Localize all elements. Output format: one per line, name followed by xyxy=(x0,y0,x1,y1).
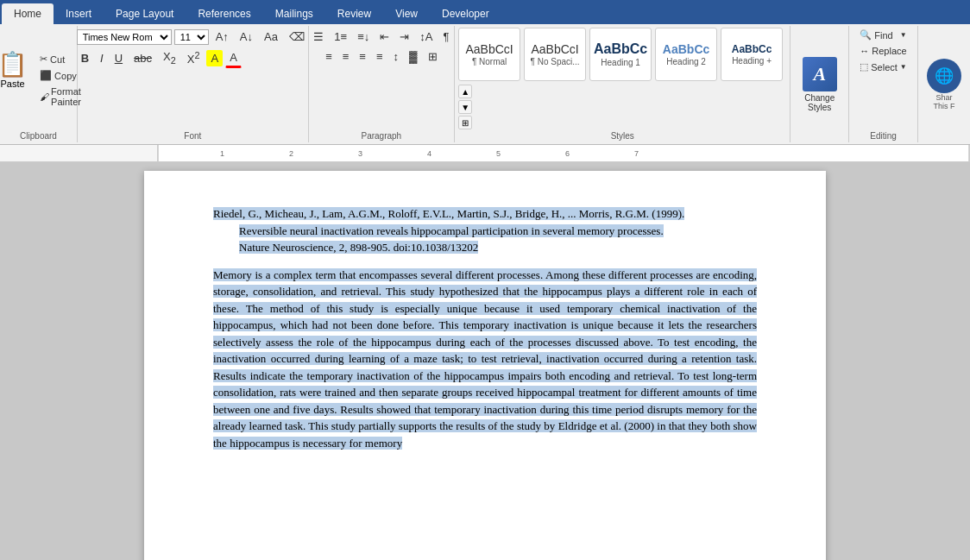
superscript-button[interactable]: X2 xyxy=(183,47,205,68)
styles-expand[interactable]: ⊞ xyxy=(458,116,472,129)
style-heading1-item[interactable]: AaBbCc Heading 1 xyxy=(589,28,652,81)
style-heading2-preview: AaBbCc xyxy=(663,43,709,55)
editing-group: 🔍 Find ▼ ↔ Replace ⬚ Select ▼ Editing xyxy=(849,26,918,142)
ref-text-2: Reversible neural inactivation reveals h… xyxy=(239,224,664,237)
share-label: Shar This F xyxy=(934,93,955,110)
body-text: Memory is a complex term that encompasse… xyxy=(213,268,757,450)
share-area: 🌐 Shar This F xyxy=(918,26,970,142)
styles-scroll-down[interactable]: ▼ xyxy=(458,100,472,114)
style-nospace-item[interactable]: AaBbCcI ¶ No Spaci... xyxy=(524,28,586,81)
reference-line3: Nature Neuroscience, 2, 898-905. doi:10.… xyxy=(239,241,478,254)
paste-label: Paste xyxy=(1,79,25,89)
clipboard-label: Clipboard xyxy=(20,129,57,141)
style-nospace-label: ¶ No Spaci... xyxy=(531,57,580,66)
ruler-svg: 1 2 3 4 5 6 7 xyxy=(158,145,969,161)
svg-text:5: 5 xyxy=(496,149,501,158)
text-highlight-button[interactable]: A xyxy=(206,50,223,66)
svg-text:6: 6 xyxy=(565,149,570,158)
multilevel-button[interactable]: ≡↓ xyxy=(353,28,374,46)
svg-text:1: 1 xyxy=(220,149,224,158)
style-normal-item[interactable]: AaBbCcI ¶ Normal xyxy=(458,28,520,81)
align-center-button[interactable]: ≡ xyxy=(338,47,354,66)
copy-label: Copy xyxy=(54,71,77,81)
font-grow-button[interactable]: A↑ xyxy=(211,28,233,46)
borders-button[interactable]: ⊞ xyxy=(424,47,442,66)
change-styles-button[interactable]: A Change Styles xyxy=(799,53,841,116)
change-styles-group: A Change Styles xyxy=(790,26,849,142)
bullets-button[interactable]: ☰ xyxy=(309,28,328,46)
cut-icon: ✂ xyxy=(40,53,47,65)
select-icon: ⬚ xyxy=(860,61,868,72)
tab-review[interactable]: Review xyxy=(325,3,383,24)
increase-indent-button[interactable]: ⇥ xyxy=(395,28,413,46)
svg-text:7: 7 xyxy=(634,149,639,158)
show-marks-button[interactable]: ¶ xyxy=(438,28,453,46)
numbering-button[interactable]: 1≡ xyxy=(330,28,351,46)
editing-label: Editing xyxy=(870,129,897,141)
style-nospace-preview: AaBbCcI xyxy=(531,43,578,55)
style-heading1-preview: AaBbCc xyxy=(594,42,647,56)
bold-button[interactable]: B xyxy=(77,49,93,67)
select-button[interactable]: ⬚ Select ▼ xyxy=(856,60,910,74)
document-area: Riedel, G., Micheau, J., Lam, A.G.M., Ro… xyxy=(0,162,970,560)
style-heading3-label: Heading + xyxy=(732,56,772,66)
font-size-select[interactable]: 11 xyxy=(174,29,209,45)
justify-button[interactable]: ≡ xyxy=(372,47,387,66)
ref-text-1: Riedel, G., Micheau, J., Lam, A.G.M., Ro… xyxy=(213,207,684,220)
paragraph-group: ☰ 1≡ ≡↓ ⇤ ⇥ ↕A ¶ ≡ ≡ ≡ ≡ ↕ ▓ ⊞ Paragraph xyxy=(309,26,455,142)
shading-button[interactable]: ▓ xyxy=(405,47,421,66)
tab-home[interactable]: Home xyxy=(2,3,54,24)
strikethrough-button[interactable]: abc xyxy=(129,49,156,67)
ruler: 1 2 3 4 5 6 7 xyxy=(0,145,970,162)
body-paragraph: Memory is a complex term that encompasse… xyxy=(213,267,757,452)
find-label: Find xyxy=(874,30,892,41)
select-dropdown-icon: ▼ xyxy=(900,63,907,71)
replace-button[interactable]: ↔ Replace xyxy=(856,44,910,58)
clear-format-button[interactable]: ⌫ xyxy=(285,28,309,46)
tab-page-layout[interactable]: Page Layout xyxy=(104,3,186,24)
change-case-button[interactable]: Aa xyxy=(260,28,282,46)
align-left-button[interactable]: ≡ xyxy=(321,47,337,66)
paste-button[interactable]: 📋 Paste xyxy=(0,48,33,91)
style-heading3-preview: AaBbCc xyxy=(732,44,772,54)
replace-label: Replace xyxy=(872,46,906,56)
subscript-button[interactable]: X2 xyxy=(159,47,180,68)
ref-text-3: Nature Neuroscience, 2, 898-905. doi:10.… xyxy=(239,241,478,254)
font-color-button[interactable]: A xyxy=(225,48,242,68)
find-button[interactable]: 🔍 Find ▼ xyxy=(856,28,910,42)
find-dropdown-icon: ▼ xyxy=(900,31,907,39)
tab-developer[interactable]: Developer xyxy=(430,3,501,24)
font-family-select[interactable]: Times New Rom xyxy=(77,29,172,45)
line-spacing-button[interactable]: ↕ xyxy=(389,47,404,66)
styles-scroll-up[interactable]: ▲ xyxy=(458,85,472,98)
cut-label: Cut xyxy=(50,54,65,65)
decrease-indent-button[interactable]: ⇤ xyxy=(375,28,394,46)
document-text: Riedel, G., Micheau, J., Lam, A.G.M., Ro… xyxy=(213,205,757,451)
tab-bar: Home Insert Page Layout References Maili… xyxy=(0,0,970,24)
style-normal-label: ¶ Normal xyxy=(472,57,507,66)
svg-text:4: 4 xyxy=(427,149,431,158)
ribbon-toolbar: 📋 Paste ✂ Cut ⬛ Copy 🖌 Format Painter xyxy=(0,24,970,145)
tab-view[interactable]: View xyxy=(383,3,430,24)
sort-button[interactable]: ↕A xyxy=(415,28,437,46)
tab-insert[interactable]: Insert xyxy=(54,3,104,24)
ruler-inner: 1 2 3 4 5 6 7 xyxy=(157,145,970,161)
tab-mailings[interactable]: Mailings xyxy=(263,3,325,24)
style-heading3-item[interactable]: AaBbCc Heading + xyxy=(721,28,783,81)
reference-line1: Riedel, G., Micheau, J., Lam, A.G.M., Ro… xyxy=(213,207,684,220)
change-styles-label: Change Styles xyxy=(804,93,835,112)
font-group: Times New Rom 11 A↑ A↓ Aa ⌫ B I U abc X2… xyxy=(78,26,309,142)
align-right-button[interactable]: ≡ xyxy=(355,47,370,66)
italic-button[interactable]: I xyxy=(96,49,108,67)
paste-icon: 📋 xyxy=(0,50,28,79)
svg-text:3: 3 xyxy=(358,149,362,158)
styles-label: Styles xyxy=(611,129,634,141)
format-painter-icon: 🖌 xyxy=(40,91,49,102)
style-heading2-item[interactable]: AaBbCc Heading 2 xyxy=(655,28,717,81)
font-shrink-button[interactable]: A↓ xyxy=(236,28,257,46)
change-styles-icon: A xyxy=(803,57,837,91)
underline-button[interactable]: U xyxy=(110,49,127,67)
style-heading2-label: Heading 2 xyxy=(666,57,706,66)
tab-references[interactable]: References xyxy=(186,3,262,24)
styles-scroll: ▲ ▼ ⊞ xyxy=(458,85,472,129)
